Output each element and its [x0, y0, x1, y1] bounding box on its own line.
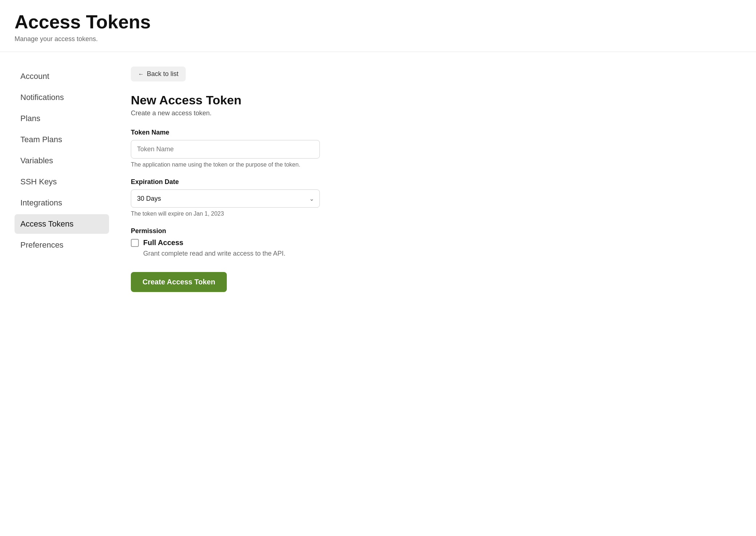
back-arrow-icon: ← [138, 71, 144, 77]
form-title: New Access Token [131, 93, 378, 107]
main-layout: Account Notifications Plans Team Plans V… [0, 52, 756, 307]
token-name-hint: The application name using the token or … [131, 161, 378, 168]
full-access-hint: Grant complete read and write access to … [143, 250, 378, 257]
sidebar-item-plans[interactable]: Plans [15, 109, 109, 128]
token-name-group: Token Name The application name using th… [131, 129, 378, 168]
sidebar-item-integrations[interactable]: Integrations [15, 193, 109, 213]
create-access-token-button[interactable]: Create Access Token [131, 272, 227, 292]
page-header: Access Tokens Manage your access tokens. [0, 0, 756, 52]
sidebar-item-ssh-keys[interactable]: SSH Keys [15, 172, 109, 192]
back-button-label: Back to list [147, 70, 178, 78]
token-name-input[interactable] [131, 140, 320, 159]
sidebar-item-team-plans[interactable]: Team Plans [15, 130, 109, 149]
expiration-date-select[interactable]: 7 Days 30 Days 60 Days 90 Days Never [131, 189, 320, 208]
permission-group: Permission Full Access Grant complete re… [131, 227, 378, 257]
back-to-list-button[interactable]: ← Back to list [131, 67, 186, 81]
content-area: ← Back to list New Access Token Create a… [131, 67, 378, 292]
sidebar: Account Notifications Plans Team Plans V… [15, 67, 109, 292]
expiration-select-wrapper: 7 Days 30 Days 60 Days 90 Days Never ⌄ [131, 189, 320, 208]
sidebar-item-variables[interactable]: Variables [15, 151, 109, 171]
full-access-row: Full Access [131, 239, 378, 247]
sidebar-item-access-tokens[interactable]: Access Tokens [15, 214, 109, 234]
page-subtitle: Manage your access tokens. [15, 35, 741, 43]
sidebar-item-preferences[interactable]: Preferences [15, 235, 109, 255]
sidebar-item-notifications[interactable]: Notifications [15, 88, 109, 107]
token-name-label: Token Name [131, 129, 378, 136]
permission-label: Permission [131, 227, 378, 235]
expiration-date-group: Expiration Date 7 Days 30 Days 60 Days 9… [131, 178, 378, 217]
full-access-label: Full Access [143, 239, 183, 247]
expiration-date-hint: The token will expire on Jan 1, 2023 [131, 211, 378, 217]
page-title: Access Tokens [15, 12, 741, 32]
sidebar-item-account[interactable]: Account [15, 67, 109, 86]
full-access-checkbox[interactable] [131, 239, 139, 247]
expiration-date-label: Expiration Date [131, 178, 378, 186]
create-button-label: Create Access Token [142, 278, 215, 286]
form-subtitle: Create a new access token. [131, 109, 378, 117]
